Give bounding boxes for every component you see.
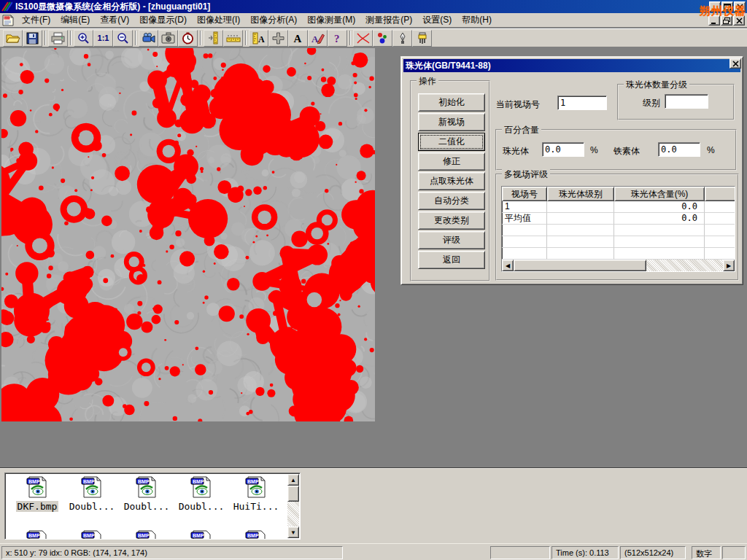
zoom-in-button[interactable] [74,30,93,47]
menu-image-analysis[interactable]: 图像分析(A) [245,12,302,28]
open-button[interactable] [3,30,23,47]
grade-button[interactable]: 评级 [418,231,485,249]
pick-pearlite-button[interactable]: 点取珠光体 [418,172,485,190]
annotate-button[interactable]: A [308,30,328,47]
toolbar-separator [70,31,71,45]
print-button[interactable] [48,30,68,47]
col-field-number[interactable]: 视场号 [502,187,547,201]
file-item[interactable]: BMP Doubl... [66,476,118,512]
auto-classify-button[interactable]: 自动分类 [418,192,485,210]
menu-help[interactable]: 帮助(H) [457,12,497,28]
scroll-right-button[interactable]: ▶ [723,260,735,271]
micrograph-canvas[interactable] [1,48,375,421]
brush-button[interactable] [412,30,432,47]
rating-table-header: 视场号 珠光体级别 珠光体含量(%) 铁素体含量(%) [502,187,735,201]
table-row[interactable]: 平均值 0.0 [502,213,735,225]
correct-button[interactable]: 修正 [418,152,485,171]
current-field-input[interactable] [557,96,607,110]
actual-size-label: 1:1 [98,34,109,42]
col-pearlite-content[interactable]: 珠光体含量(%) [614,187,705,201]
file-item[interactable]: BMP [11,530,63,540]
col-ferrite-content[interactable]: 铁素体含量(%) [705,187,735,201]
svg-text:BMP: BMP [193,479,204,484]
return-button[interactable]: 返回 [418,251,485,269]
camera-icon [161,32,175,44]
scrollbar-track[interactable] [287,502,299,526]
help-button[interactable]: ? [328,30,347,47]
annotate-icon: A [311,32,325,44]
actual-size-button[interactable]: 1:1 [93,30,113,47]
toolbar-separator [200,31,201,45]
percent-group: 百分含量 珠光体 % 铁素体 % [495,129,737,171]
bmp-file-icon: BMP [244,530,268,540]
scrollbar-track[interactable] [646,260,723,271]
menu-view[interactable]: 查看(V) [95,12,134,28]
video-camera-button[interactable] [139,30,158,47]
grade-group-label: 珠光体数量分级 [624,79,689,90]
change-class-button[interactable]: 更改类别 [418,211,485,230]
dialog-title-bar: 珠光体(GB/T9441-88) [403,59,740,72]
bmp-file-icon: BMP [80,476,104,498]
menu-edit[interactable]: 编辑(E) [55,12,95,28]
svg-text:DOC: DOC [4,17,10,20]
col-pearlite-grade[interactable]: 珠光体级别 [547,187,614,201]
binarize-button[interactable]: 二值化 [418,133,485,151]
bmp-file-icon: BMP [189,476,214,498]
image-dimensions-status: (512x512x24) [620,546,686,559]
menu-image-process[interactable]: 图像处理(I) [192,12,245,28]
menu-image-measure[interactable]: 图像测量(M) [302,12,360,28]
scroll-up-button[interactable]: ▲ [287,474,299,486]
dialog-close-button[interactable] [729,58,741,69]
file-item[interactable]: BMP [66,530,118,540]
particles-button[interactable] [373,30,392,47]
scrollbar-thumb[interactable] [287,486,299,502]
file-item[interactable]: BMP [175,530,228,540]
pearlite-percent-input[interactable] [542,142,584,157]
toolbar: 1:1 A A A ? [0,28,747,47]
camera-button[interactable] [158,30,178,47]
window-title: IS100显微摄像系统(金相分析版) - [zhuguangti01] [15,1,210,13]
file-name: DKF.bmp [16,501,59,512]
svg-text:BMP: BMP [28,479,40,484]
menu-image-display[interactable]: 图像显示(D) [134,12,192,28]
grade-input[interactable] [665,94,708,109]
file-item[interactable]: BMP HuiTi... [230,476,282,512]
bmp-file-icon: BMP [244,476,268,498]
file-name: HuiTi... [232,501,281,512]
file-item[interactable]: BMP DKF.bmp [11,476,63,512]
menu-settings[interactable]: 设置(S) [417,12,457,28]
menu-file[interactable]: 文件(F) [17,12,55,28]
scrollbar-thumb[interactable] [514,260,646,271]
pearlite-unit: % [590,145,598,155]
svg-text:BMP: BMP [28,533,40,538]
timer-button[interactable] [178,30,198,47]
zoom-out-button[interactable] [113,30,133,47]
table-row[interactable]: 1 0.0 [502,201,735,213]
svg-text:BMP: BMP [83,533,95,538]
print-icon [51,32,65,44]
multi-field-group-label: 多视场评级 [502,169,550,179]
pen-button[interactable] [392,30,412,47]
curve-tool-button[interactable] [353,30,373,47]
bottom-panel: BMP DKF.bmp BMP Doubl... BMP Doubl... BM… [0,468,747,543]
save-icon [26,32,39,44]
initialize-button[interactable]: 初始化 [418,93,485,112]
new-field-button[interactable]: 新视场 [418,113,485,131]
text-button[interactable]: A [288,30,308,47]
ruler-button[interactable] [223,30,243,47]
scroll-left-button[interactable]: ◀ [502,260,514,271]
ferrite-percent-input[interactable] [658,142,700,157]
file-item[interactable]: BMP [120,530,173,540]
toolbar-separator [245,31,247,45]
file-item[interactable]: BMP [230,530,282,540]
save-button[interactable] [23,30,42,47]
caliper-button[interactable] [204,30,223,47]
vertical-scrollbar: ▲ ▼ [287,474,299,538]
move-button[interactable] [268,30,288,47]
menu-measure-report[interactable]: 测量报告(P) [360,12,417,28]
scroll-down-button[interactable]: ▼ [287,526,299,538]
file-item[interactable]: BMP Doubl... [120,476,173,512]
horizontal-scrollbar: ◀ ▶ [502,260,735,271]
file-item[interactable]: BMP Doubl... [175,476,228,512]
measure-text-button[interactable]: A [249,30,268,47]
